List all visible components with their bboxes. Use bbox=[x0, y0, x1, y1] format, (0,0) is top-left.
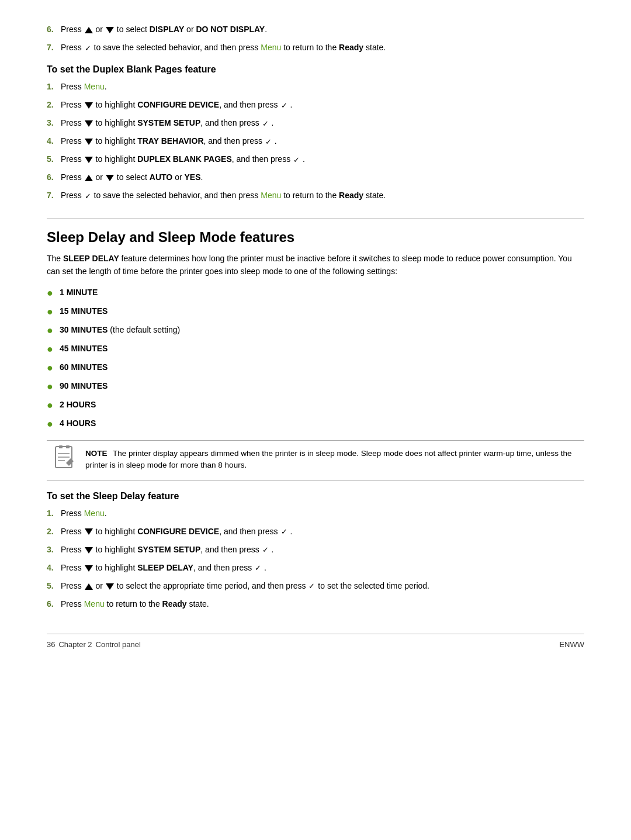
footer-chapter-name: Control panel bbox=[96, 640, 141, 649]
menu-link: Menu bbox=[84, 82, 105, 91]
footer-left: 36 Chapter 2 Control panel bbox=[47, 640, 141, 649]
duplex-step-5: 5. Press to highlight DUPLEX BLANK PAGES… bbox=[47, 153, 584, 165]
menu-link: Menu bbox=[84, 599, 105, 609]
step-content: Press to highlight SLEEP DELAY, and then… bbox=[61, 562, 266, 574]
svg-rect-1 bbox=[59, 445, 63, 448]
bullet-text: 1 MINUTE bbox=[60, 286, 98, 299]
triangle-up-icon bbox=[85, 175, 93, 181]
footer: 36 Chapter 2 Control panel ENWW bbox=[47, 634, 584, 649]
sleep-step-5: 5. Press or to select the appropriate ti… bbox=[47, 580, 584, 592]
triangle-up-icon bbox=[85, 27, 93, 33]
step-num: 5. bbox=[47, 580, 61, 592]
list-item: ● 30 MINUTES (the default setting) bbox=[47, 324, 584, 338]
triangle-down-icon bbox=[106, 27, 114, 33]
note-text: The printer display appears dimmed when … bbox=[85, 449, 571, 469]
bold-configure: CONFIGURE DEVICE bbox=[137, 527, 219, 536]
bullet-text: 60 MINUTES bbox=[60, 361, 108, 374]
step-content: Press to highlight CONFIGURE DEVICE, and… bbox=[61, 526, 292, 538]
bold-do-not-display: DO NOT DISPLAY bbox=[196, 25, 265, 34]
note-content: NOTE The printer display appears dimmed … bbox=[85, 448, 578, 472]
footer-page-number: 36 bbox=[47, 640, 55, 649]
duplex-step-1: 1. Press Menu. bbox=[47, 81, 584, 93]
list-item: ● 2 HOURS bbox=[47, 399, 584, 413]
sleep-step-3: 3. Press to highlight SYSTEM SETUP, and … bbox=[47, 544, 584, 556]
triangle-down-icon bbox=[85, 528, 93, 535]
triangle-down-icon bbox=[106, 175, 114, 181]
check-icon: ✓ bbox=[262, 118, 269, 130]
check-icon: ✓ bbox=[262, 544, 269, 556]
step-content: Press Menu to return to the Ready state. bbox=[61, 598, 209, 610]
bullet-icon: ● bbox=[47, 397, 60, 413]
sleep-step-2: 2. Press to highlight CONFIGURE DEVICE, … bbox=[47, 526, 584, 538]
triangle-down-icon bbox=[106, 583, 114, 590]
step-num: 3. bbox=[47, 544, 61, 556]
duplex-step-4: 4. Press to highlight TRAY BEHAVIOR, and… bbox=[47, 135, 584, 147]
step-num: 4. bbox=[47, 562, 61, 574]
step-content: Press or to select DISPLAY or DO NOT DIS… bbox=[61, 23, 267, 36]
top-steps: 6. Press or to select DISPLAY or DO NOT … bbox=[47, 23, 584, 54]
bold-sleep-delay: SLEEP DELAY bbox=[63, 254, 119, 263]
sleep-step-4: 4. Press to highlight SLEEP DELAY, and t… bbox=[47, 562, 584, 574]
sleep-main-heading: Sleep Delay and Sleep Mode features bbox=[47, 218, 584, 246]
sleep-body-text: The SLEEP DELAY feature determines how l… bbox=[47, 253, 584, 278]
bold-configure: CONFIGURE DEVICE bbox=[137, 100, 219, 109]
note-box: NOTE The printer display appears dimmed … bbox=[47, 440, 584, 481]
step-num: 7. bbox=[47, 189, 61, 202]
duplex-section-heading: To set the Duplex Blank Pages feature bbox=[47, 64, 584, 75]
bold-system-setup: SYSTEM SETUP bbox=[137, 545, 200, 554]
bold-auto: AUTO bbox=[150, 172, 172, 182]
duplex-step-2: 2. Press to highlight CONFIGURE DEVICE, … bbox=[47, 99, 584, 111]
step-7-save: 7. Press ✓ to save the selected behavior… bbox=[47, 42, 584, 54]
bullet-text: 2 HOURS bbox=[60, 399, 96, 411]
step-content: Press or to select AUTO or YES. bbox=[61, 171, 203, 184]
step-num: 2. bbox=[47, 99, 61, 111]
bullet-text: 90 MINUTES bbox=[60, 380, 108, 392]
step-content: Press ✓ to save the selected behavior, a… bbox=[61, 42, 386, 54]
bullet-icon: ● bbox=[47, 379, 60, 395]
bold-duplex-blank: DUPLEX BLANK PAGES bbox=[137, 154, 232, 164]
step-num: 3. bbox=[47, 117, 61, 129]
check-icon: ✓ bbox=[293, 154, 300, 166]
bullet-icon: ● bbox=[47, 341, 60, 357]
step-content: Press to highlight TRAY BEHAVIOR, and th… bbox=[61, 135, 277, 147]
step-num: 2. bbox=[47, 526, 61, 538]
list-item: ● 15 MINUTES bbox=[47, 305, 584, 320]
note-icon bbox=[53, 445, 77, 473]
triangle-down-icon bbox=[85, 547, 93, 554]
step-content: Press to highlight SYSTEM SETUP, and the… bbox=[61, 117, 273, 129]
bold-ready: Ready bbox=[339, 43, 363, 52]
step-num: 6. bbox=[47, 171, 61, 184]
list-item: ● 4 HOURS bbox=[47, 417, 584, 432]
bold-ready: Ready bbox=[162, 599, 187, 609]
step-content: Press Menu. bbox=[61, 507, 107, 520]
sleep-step-6: 6. Press Menu to return to the Ready sta… bbox=[47, 598, 584, 610]
svg-rect-2 bbox=[66, 445, 70, 448]
bullet-text: 4 HOURS bbox=[60, 417, 96, 430]
list-item: ● 45 MINUTES bbox=[47, 343, 584, 357]
bullet-icon: ● bbox=[47, 285, 60, 301]
footer-enww: ENWW bbox=[559, 640, 584, 649]
step-content: Press Menu. bbox=[61, 81, 107, 93]
duplex-step-7: 7. Press ✓ to save the selected behavior… bbox=[47, 189, 584, 202]
bullet-text: 15 MINUTES bbox=[60, 305, 108, 317]
step-num: 1. bbox=[47, 81, 61, 93]
bold-yes: YES bbox=[185, 172, 201, 182]
list-item: ● 60 MINUTES bbox=[47, 361, 584, 376]
step-content: Press ✓ to save the selected behavior, a… bbox=[61, 189, 386, 202]
bullet-text: 30 MINUTES (the default setting) bbox=[60, 324, 180, 336]
check-icon: ✓ bbox=[85, 191, 91, 202]
menu-link: Menu bbox=[261, 43, 281, 52]
menu-link: Menu bbox=[84, 509, 105, 518]
bold-ready: Ready bbox=[339, 191, 363, 200]
sleep-steps: 1. Press Menu. 2. Press to highlight CON… bbox=[47, 507, 584, 610]
bullet-icon: ● bbox=[47, 323, 60, 338]
sleep-bullet-list: ● 1 MINUTE ● 15 MINUTES ● 30 MINUTES (th… bbox=[47, 286, 584, 432]
check-icon: ✓ bbox=[308, 580, 315, 592]
bold-system-setup: SYSTEM SETUP bbox=[137, 118, 200, 127]
step-num: 6. bbox=[47, 598, 61, 610]
sleep-step-1: 1. Press Menu. bbox=[47, 507, 584, 520]
bullet-icon: ● bbox=[47, 416, 60, 432]
bullet-text: 45 MINUTES bbox=[60, 343, 108, 355]
sleep-subsection-heading: To set the Sleep Delay feature bbox=[47, 491, 584, 502]
bullet-icon: ● bbox=[47, 360, 60, 376]
